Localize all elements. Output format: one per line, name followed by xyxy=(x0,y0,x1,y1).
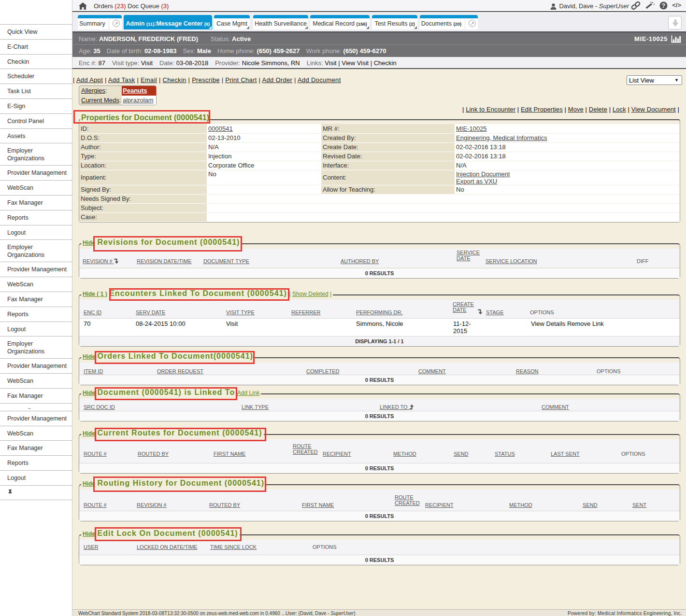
svg-text:?: ? xyxy=(661,2,665,9)
